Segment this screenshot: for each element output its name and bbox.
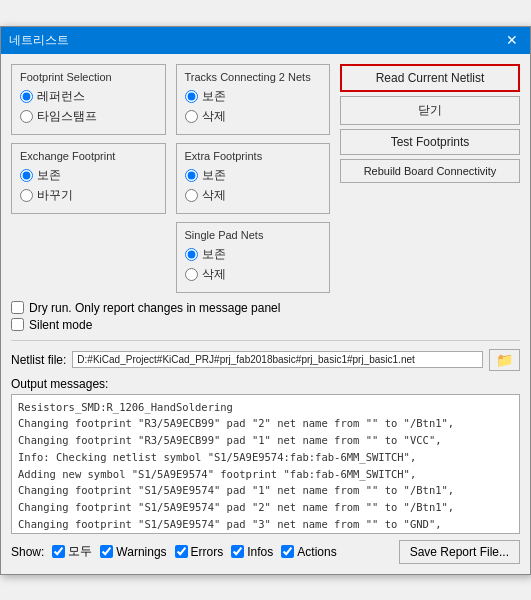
- show-errors-check[interactable]: Errors: [175, 545, 224, 559]
- save-report-button[interactable]: Save Report File...: [399, 540, 520, 564]
- content-area: Footprint Selection 레퍼런스 타임스탬프 Exchange …: [1, 54, 530, 574]
- divider: [11, 340, 520, 341]
- output-messages-label: Output messages:: [11, 377, 520, 391]
- netlist-file-input[interactable]: [72, 351, 483, 368]
- close-button[interactable]: 닫기: [340, 96, 520, 125]
- ef-keep-label: 보존: [37, 167, 61, 184]
- show-warnings-label: Warnings: [116, 545, 166, 559]
- show-all-checkbox[interactable]: [52, 545, 65, 558]
- tc-delete-option[interactable]: 삭제: [185, 108, 322, 125]
- dry-run-row[interactable]: Dry run. Only report changes in message …: [11, 301, 520, 315]
- show-infos-check[interactable]: Infos: [231, 545, 273, 559]
- show-infos-checkbox[interactable]: [231, 545, 244, 558]
- silent-mode-row[interactable]: Silent mode: [11, 318, 520, 332]
- tracks-connecting-group: Tracks Connecting 2 Nets 보존 삭제: [176, 64, 331, 135]
- fp-ref-radio[interactable]: [20, 90, 33, 103]
- extra-footprints-group: Extra Footprints 보존 삭제: [176, 143, 331, 214]
- show-errors-checkbox[interactable]: [175, 545, 188, 558]
- middle-panel: Tracks Connecting 2 Nets 보존 삭제 Extra Foo…: [176, 64, 331, 301]
- silent-mode-checkbox[interactable]: [11, 318, 24, 331]
- show-actions-label: Actions: [297, 545, 336, 559]
- exchange-footprint-group: Exchange Footprint 보존 바꾸기: [11, 143, 166, 214]
- show-all-check[interactable]: 모두: [52, 543, 92, 560]
- fp-timestamp-option[interactable]: 타임스탬프: [20, 108, 157, 125]
- show-infos-label: Infos: [247, 545, 273, 559]
- ef-replace-option[interactable]: 바꾸기: [20, 187, 157, 204]
- ef-replace-label: 바꾸기: [37, 187, 73, 204]
- output-section: Output messages: Resistors_SMD:R_1206_Ha…: [11, 377, 520, 534]
- checkboxes-section: Dry run. Only report changes in message …: [11, 301, 520, 332]
- fp-timestamp-radio[interactable]: [20, 110, 33, 123]
- show-bar: Show: 모두 Warnings Errors Infos Actions: [11, 540, 520, 564]
- show-actions-check[interactable]: Actions: [281, 545, 336, 559]
- silent-mode-label: Silent mode: [29, 318, 92, 332]
- folder-browse-button[interactable]: 📁: [489, 349, 520, 371]
- show-all-label: 모두: [68, 543, 92, 560]
- netlist-file-label: Netlist file:: [11, 353, 66, 367]
- test-footprints-button[interactable]: Test Footprints: [340, 129, 520, 155]
- tc-delete-radio[interactable]: [185, 110, 198, 123]
- extra-keep-label: 보존: [202, 167, 226, 184]
- tc-delete-label: 삭제: [202, 108, 226, 125]
- footprint-selection-label: Footprint Selection: [20, 71, 157, 83]
- extra-keep-option[interactable]: 보존: [185, 167, 322, 184]
- show-label: Show:: [11, 545, 44, 559]
- ef-keep-option[interactable]: 보존: [20, 167, 157, 184]
- spn-keep-option[interactable]: 보존: [185, 246, 322, 263]
- show-warnings-checkbox[interactable]: [100, 545, 113, 558]
- spn-delete-radio[interactable]: [185, 268, 198, 281]
- extra-delete-radio[interactable]: [185, 189, 198, 202]
- show-actions-checkbox[interactable]: [281, 545, 294, 558]
- single-pad-nets-label: Single Pad Nets: [185, 229, 322, 241]
- spn-delete-label: 삭제: [202, 266, 226, 283]
- output-box[interactable]: Resistors_SMD:R_1206_HandSoldering Chang…: [11, 394, 520, 534]
- footprint-selection-group: Footprint Selection 레퍼런스 타임스탬프: [11, 64, 166, 135]
- spn-keep-radio[interactable]: [185, 248, 198, 261]
- dry-run-checkbox[interactable]: [11, 301, 24, 314]
- spn-delete-option[interactable]: 삭제: [185, 266, 322, 283]
- tracks-connecting-label: Tracks Connecting 2 Nets: [185, 71, 322, 83]
- output-text: Resistors_SMD:R_1206_HandSoldering Chang…: [18, 401, 454, 534]
- fp-ref-label: 레퍼런스: [37, 88, 85, 105]
- ef-keep-radio[interactable]: [20, 169, 33, 182]
- left-panel: Footprint Selection 레퍼런스 타임스탬프 Exchange …: [11, 64, 166, 301]
- rebuild-board-connectivity-button[interactable]: Rebuild Board Connectivity: [340, 159, 520, 183]
- main-window: 네트리스트 ✕ Footprint Selection 레퍼런스 타임스탬프: [0, 26, 531, 575]
- dry-run-label: Dry run. Only report changes in message …: [29, 301, 280, 315]
- top-section: Footprint Selection 레퍼런스 타임스탬프 Exchange …: [11, 64, 520, 301]
- extra-delete-option[interactable]: 삭제: [185, 187, 322, 204]
- extra-footprints-label: Extra Footprints: [185, 150, 322, 162]
- show-errors-label: Errors: [191, 545, 224, 559]
- spn-keep-label: 보존: [202, 246, 226, 263]
- netlist-file-row: Netlist file: 📁: [11, 349, 520, 371]
- close-window-button[interactable]: ✕: [502, 33, 522, 47]
- title-bar: 네트리스트 ✕: [1, 27, 530, 54]
- ef-replace-radio[interactable]: [20, 189, 33, 202]
- fp-timestamp-label: 타임스탬프: [37, 108, 97, 125]
- right-panel: Read Current Netlist 닫기 Test Footprints …: [340, 64, 520, 301]
- extra-delete-label: 삭제: [202, 187, 226, 204]
- exchange-footprint-label: Exchange Footprint: [20, 150, 157, 162]
- tc-keep-label: 보존: [202, 88, 226, 105]
- read-current-netlist-button[interactable]: Read Current Netlist: [340, 64, 520, 92]
- tc-keep-option[interactable]: 보존: [185, 88, 322, 105]
- fp-ref-option[interactable]: 레퍼런스: [20, 88, 157, 105]
- tc-keep-radio[interactable]: [185, 90, 198, 103]
- window-title: 네트리스트: [9, 32, 69, 49]
- extra-keep-radio[interactable]: [185, 169, 198, 182]
- show-warnings-check[interactable]: Warnings: [100, 545, 166, 559]
- single-pad-nets-group: Single Pad Nets 보존 삭제: [176, 222, 331, 293]
